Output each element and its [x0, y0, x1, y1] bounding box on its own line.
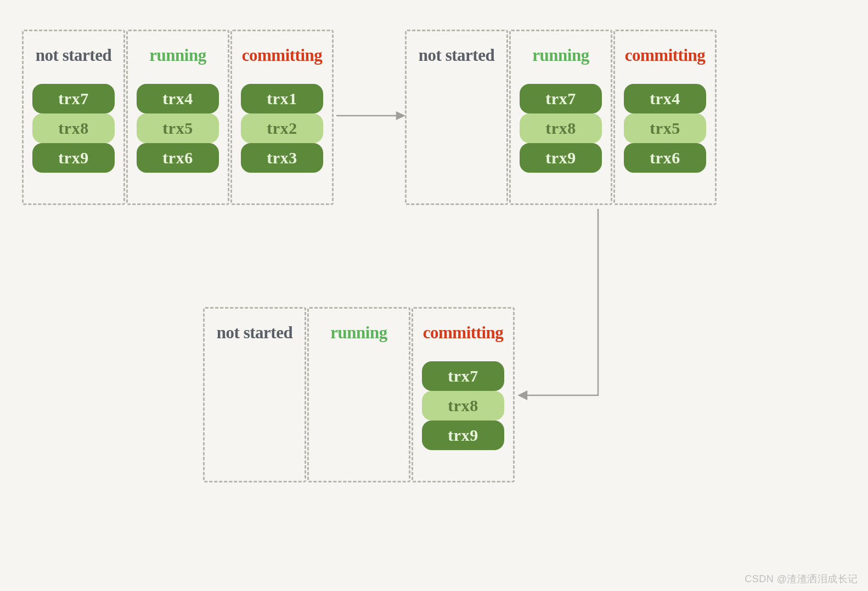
trx-pill: trx9 [520, 143, 602, 173]
state-group-1: not startedtrx7trx8trx9runningtrx4trx5tr… [22, 30, 334, 205]
state-group-2: not startedrunningtrx7trx8trx9committing… [405, 30, 717, 205]
svg-marker-1 [397, 112, 404, 119]
trx-pill: trx4 [137, 84, 219, 113]
trx-pill: trx9 [32, 143, 115, 173]
svg-marker-2 [519, 391, 527, 399]
column-title-committing: committing [242, 46, 323, 65]
trx-pill: trx4 [624, 84, 706, 113]
trx-stack: trx4trx5trx6 [137, 84, 219, 173]
state-group-3: not startedrunningcommittingtrx7trx8trx9 [203, 307, 515, 482]
arrow-1-to-2 [334, 107, 405, 124]
column-running: running [307, 307, 410, 482]
trx-stack: trx4trx5trx6 [624, 84, 706, 173]
trx-pill: trx7 [422, 361, 504, 391]
trx-pill: trx2 [241, 113, 323, 143]
trx-pill: trx6 [624, 143, 706, 173]
trx-pill: trx5 [137, 113, 219, 143]
trx-stack: trx7trx8trx9 [520, 84, 602, 173]
trx-pill: trx8 [32, 113, 115, 143]
trx-pill: trx9 [422, 420, 504, 450]
arrow-2-to-3 [516, 206, 609, 409]
trx-pill: trx1 [241, 84, 323, 113]
column-running: runningtrx4trx5trx6 [126, 30, 229, 205]
trx-pill: trx7 [520, 84, 602, 113]
column-title-not_started: not started [217, 323, 292, 343]
column-title-running: running [532, 46, 589, 65]
column-title-running: running [330, 323, 387, 343]
trx-pill: trx3 [241, 143, 323, 173]
column-title-running: running [149, 46, 206, 65]
column-title-not_started: not started [36, 46, 111, 65]
trx-stack: trx7trx8trx9 [32, 84, 115, 173]
trx-pill: trx8 [520, 113, 602, 143]
trx-pill: trx8 [422, 391, 504, 420]
trx-stack: trx7trx8trx9 [422, 361, 504, 450]
column-title-committing: committing [423, 323, 504, 343]
trx-pill: trx7 [32, 84, 115, 113]
watermark: CSDN @渣渣洒泪成长记 [745, 572, 858, 586]
trx-pill: trx6 [137, 143, 219, 173]
column-title-committing: committing [625, 46, 706, 65]
column-committing: committingtrx7trx8trx9 [412, 307, 515, 482]
column-not_started: not started [405, 30, 508, 205]
column-committing: committingtrx4trx5trx6 [613, 30, 717, 205]
trx-pill: trx5 [624, 113, 706, 143]
column-committing: committingtrx1trx2trx3 [230, 30, 334, 205]
column-not_started: not started [203, 307, 306, 482]
column-running: runningtrx7trx8trx9 [509, 30, 612, 205]
column-not_started: not startedtrx7trx8trx9 [22, 30, 125, 205]
column-title-not_started: not started [419, 46, 494, 65]
trx-stack: trx1trx2trx3 [241, 84, 323, 173]
diagram-canvas: CSDN @渣渣洒泪成长记 not startedtrx7trx8trx9run… [0, 0, 868, 591]
